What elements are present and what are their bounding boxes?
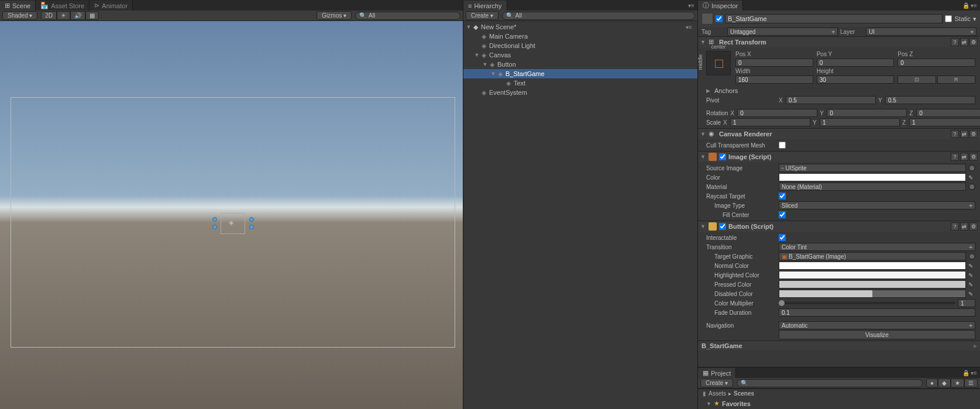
tree-item[interactable]: ▼◈Canvas bbox=[463, 50, 697, 60]
expand-arrow-icon[interactable]: ▼ bbox=[490, 71, 496, 77]
layer-dropdown[interactable]: UI÷ bbox=[866, 28, 976, 36]
project-search[interactable]: 🔍 bbox=[737, 379, 923, 387]
disabled-color-swatch[interactable] bbox=[779, 290, 966, 298]
project-create-dropdown[interactable]: Create ▾ bbox=[700, 379, 733, 387]
filter-asset-icon[interactable]: ● bbox=[926, 379, 938, 387]
help-icon[interactable]: ? bbox=[951, 130, 959, 138]
eyedropper-icon[interactable]: ✎ bbox=[968, 281, 975, 288]
lock-icon[interactable]: 🔒 bbox=[962, 370, 969, 376]
gear-icon[interactable]: ⚙ bbox=[969, 153, 978, 161]
tree-item[interactable]: ▼◈B_StartGame bbox=[463, 69, 697, 78]
button-enabled-checkbox[interactable] bbox=[719, 223, 726, 230]
rotation-x-field[interactable] bbox=[737, 109, 817, 117]
tab-animator[interactable]: ⊳ Animator bbox=[90, 1, 133, 11]
fill-center-checkbox[interactable] bbox=[779, 211, 786, 218]
fx-toggle[interactable]: ▦ bbox=[85, 11, 99, 20]
tree-item[interactable]: ◈Directional Light bbox=[463, 41, 697, 50]
image-color-swatch[interactable] bbox=[779, 173, 966, 181]
preset-icon[interactable]: ⇄ bbox=[960, 130, 968, 138]
expand-arrow-icon[interactable]: ▼ bbox=[474, 52, 480, 58]
preset-icon[interactable]: ⇄ bbox=[960, 222, 968, 231]
breadcrumb-assets[interactable]: Assets bbox=[709, 390, 726, 397]
tree-scene-root[interactable]: ▼ ◆ New Scene* ▾≡ bbox=[463, 22, 697, 32]
scale-z-field[interactable] bbox=[909, 118, 980, 126]
handle-bl[interactable] bbox=[212, 225, 217, 229]
blueprint-mode-button[interactable]: ⊡ bbox=[898, 75, 936, 84]
pivot-y-field[interactable] bbox=[885, 96, 975, 104]
image-enabled-checkbox[interactable] bbox=[719, 153, 726, 160]
transition-dropdown[interactable]: Color Tint÷ bbox=[779, 243, 975, 251]
help-icon[interactable]: ? bbox=[951, 38, 959, 46]
handle-tr[interactable] bbox=[249, 217, 254, 222]
material-field[interactable]: None (Material) bbox=[779, 183, 966, 191]
gizmos-dropdown[interactable]: Gizmos ▾ bbox=[317, 11, 352, 20]
tree-item[interactable]: ◈Main Camera bbox=[463, 32, 697, 41]
tree-item[interactable]: ▼◈Button bbox=[463, 60, 697, 69]
filter-type-icon[interactable]: ◆ bbox=[938, 379, 951, 387]
scene-search[interactable]: 🔍 All bbox=[355, 12, 460, 20]
preset-icon[interactable]: ⇄ bbox=[960, 38, 968, 46]
panel-menu-icon[interactable]: ▾≡ bbox=[688, 2, 695, 9]
navigation-dropdown[interactable]: Automatic÷ bbox=[779, 321, 975, 329]
width-field[interactable] bbox=[735, 75, 813, 84]
collapse-arrow-icon[interactable]: ▼ bbox=[700, 224, 706, 229]
tree-item[interactable]: ◈Text bbox=[463, 78, 697, 88]
anchor-preset-button[interactable] bbox=[706, 51, 731, 75]
hierarchy-search[interactable]: 🔍 All bbox=[502, 12, 695, 20]
shaded-dropdown[interactable]: Shaded ▾ bbox=[2, 11, 37, 20]
posx-field[interactable] bbox=[735, 59, 813, 67]
raw-edit-button[interactable]: R bbox=[937, 75, 975, 84]
target-graphic-field[interactable]: ▣B_StartGame (Image) bbox=[779, 252, 966, 260]
pressed-color-swatch[interactable] bbox=[779, 280, 966, 288]
collapse-arrow-icon[interactable]: ▼ bbox=[700, 39, 706, 45]
object-picker-icon[interactable]: ⊙ bbox=[968, 183, 975, 190]
rotation-y-field[interactable] bbox=[827, 109, 907, 117]
raycast-target-checkbox[interactable] bbox=[779, 193, 786, 200]
breadcrumb-scenes[interactable]: Scenes bbox=[734, 390, 754, 397]
eyedropper-icon[interactable]: ✎ bbox=[968, 174, 975, 181]
gameobject-name-field[interactable] bbox=[725, 14, 943, 23]
image-type-dropdown[interactable]: Sliced÷ bbox=[779, 201, 975, 209]
normal-color-swatch[interactable] bbox=[779, 262, 966, 270]
gear-icon[interactable]: ⚙ bbox=[969, 222, 978, 231]
tab-inspector[interactable]: ⓘ Inspector bbox=[698, 1, 743, 11]
visualize-button[interactable]: Visualize bbox=[779, 330, 975, 339]
interactable-checkbox[interactable] bbox=[779, 234, 786, 241]
gear-icon[interactable]: ⚙ bbox=[969, 38, 978, 46]
handle-tl[interactable] bbox=[212, 217, 217, 222]
handle-br[interactable] bbox=[249, 225, 254, 229]
help-icon[interactable]: ? bbox=[951, 153, 959, 161]
material-section-footer[interactable]: B_StartGame ÷ bbox=[698, 341, 980, 350]
height-field[interactable] bbox=[817, 75, 895, 84]
audio-toggle[interactable]: 🔊 bbox=[70, 11, 85, 20]
expand-arrow-icon[interactable]: ▼ bbox=[466, 24, 472, 30]
cull-transparent-checkbox[interactable] bbox=[779, 142, 786, 149]
collapse-arrow-icon[interactable]: ▼ bbox=[700, 154, 706, 160]
gameobject-active-checkbox[interactable] bbox=[716, 15, 723, 22]
color-multiplier-slider[interactable] bbox=[779, 302, 955, 304]
help-icon[interactable]: ? bbox=[951, 222, 959, 231]
tab-scene[interactable]: ⊞ Scene bbox=[0, 1, 36, 11]
scene-viewport[interactable]: ◈ bbox=[0, 21, 463, 409]
posz-field[interactable] bbox=[898, 59, 975, 67]
filter-label-icon[interactable]: ★ bbox=[951, 379, 964, 387]
source-image-field[interactable]: ▫UISprite bbox=[779, 164, 966, 172]
filter-save-icon[interactable]: ☰ bbox=[964, 379, 978, 387]
scene-menu[interactable]: ▾≡ bbox=[686, 23, 695, 30]
tree-item[interactable]: ◈EventSystem bbox=[463, 88, 697, 97]
object-picker-icon[interactable]: ⊙ bbox=[968, 253, 975, 260]
hierarchy-create-dropdown[interactable]: Create ▾ bbox=[466, 11, 498, 20]
2d-toggle[interactable]: 2D bbox=[41, 11, 57, 20]
scale-x-field[interactable] bbox=[730, 118, 810, 126]
eyedropper-icon[interactable]: ✎ bbox=[968, 272, 975, 279]
rotation-z-field[interactable] bbox=[916, 109, 980, 117]
panel-menu-icon[interactable]: ▾≡ bbox=[971, 369, 978, 376]
pivot-x-field[interactable] bbox=[786, 96, 876, 104]
object-picker-icon[interactable]: ⊙ bbox=[968, 164, 975, 171]
hierarchy-tree[interactable]: ▼ ◆ New Scene* ▾≡ ◈Main Camera◈Direction… bbox=[463, 21, 697, 409]
eyedropper-icon[interactable]: ✎ bbox=[968, 263, 975, 269]
lock-icon[interactable]: 🔒 bbox=[962, 2, 969, 9]
posy-field[interactable] bbox=[817, 59, 895, 67]
color-multiplier-field[interactable] bbox=[958, 299, 975, 307]
tab-asset-store[interactable]: 🏪 Asset Store bbox=[36, 1, 90, 11]
